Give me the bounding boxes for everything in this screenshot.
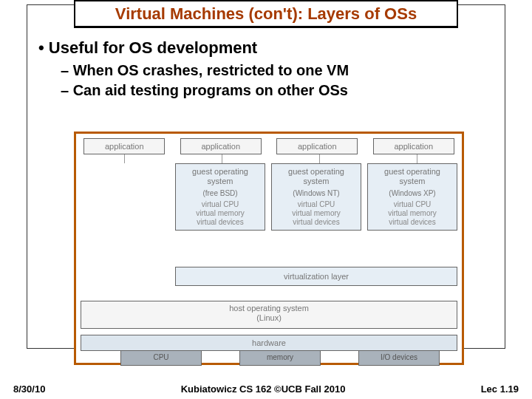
guest-sub: (free BSD) xyxy=(180,189,260,197)
guest-sub: (Windows XP) xyxy=(372,189,452,197)
subbullet-2: – Can aid testing programs on other OSs xyxy=(61,81,349,100)
guest-devices: virtual CPUvirtual memoryvirtual devices xyxy=(372,200,452,227)
footer: 8/30/10 Kubiatowicz CS 162 ©UCB Fall 201… xyxy=(0,383,532,395)
hw-memory: memory xyxy=(239,351,321,366)
connector xyxy=(124,154,125,163)
footer-date: 8/30/10 xyxy=(13,383,45,395)
guest-row: guest operatingsystem (free BSD) virtual… xyxy=(175,163,457,231)
subbullet-1: – When OS crashes, restricted to one VM xyxy=(61,61,349,81)
connector xyxy=(319,154,320,163)
vm-diagram: application application application appl… xyxy=(74,132,464,365)
hw-io: I/O devices xyxy=(358,351,440,366)
hardware-sub-row: CPU memory I/O devices xyxy=(120,351,440,366)
footer-page: Lec 1.19 xyxy=(481,383,519,395)
hardware-layer: hardware xyxy=(81,335,457,351)
host-os-sub: (Linux) xyxy=(81,313,457,323)
hw-cpu: CPU xyxy=(120,351,202,366)
slide: Virtual Machines (con't): Layers of OSs … xyxy=(0,0,532,399)
app-box-2: application xyxy=(180,138,262,154)
app-box-4: application xyxy=(373,138,454,154)
bullet-1: • Useful for OS development xyxy=(38,38,349,58)
slide-title: Virtual Machines (con't): Layers of OSs xyxy=(74,0,458,28)
app-box-1: application xyxy=(83,138,165,154)
connector xyxy=(222,154,222,163)
guest-title: guest operatingsystem xyxy=(276,167,356,186)
connector xyxy=(417,154,417,163)
guest-sub: (Windows NT) xyxy=(276,189,356,197)
footer-center: Kubiatowicz CS 162 ©UCB Fall 2010 xyxy=(181,383,346,395)
guest-devices: virtual CPUvirtual memoryvirtual devices xyxy=(180,200,260,227)
host-os: host operating system (Linux) xyxy=(81,301,457,329)
guest-title: guest operatingsystem xyxy=(372,167,452,186)
app-row: application application application appl… xyxy=(76,138,462,154)
host-os-label: host operating system xyxy=(81,304,457,313)
app-box-3: application xyxy=(276,138,358,154)
guest-os-1: guest operatingsystem (free BSD) virtual… xyxy=(175,163,265,231)
guest-os-2: guest operatingsystem (Windows NT) virtu… xyxy=(271,163,361,231)
guest-devices: virtual CPUvirtual memoryvirtual devices xyxy=(276,200,356,227)
bullet-list: • Useful for OS development – When OS cr… xyxy=(38,38,349,100)
guest-title: guest operatingsystem xyxy=(180,167,260,186)
virtualization-layer: virtualization layer xyxy=(175,267,457,286)
diagram-inner: application application application appl… xyxy=(76,134,462,363)
guest-os-3: guest operatingsystem (Windows XP) virtu… xyxy=(367,163,457,231)
